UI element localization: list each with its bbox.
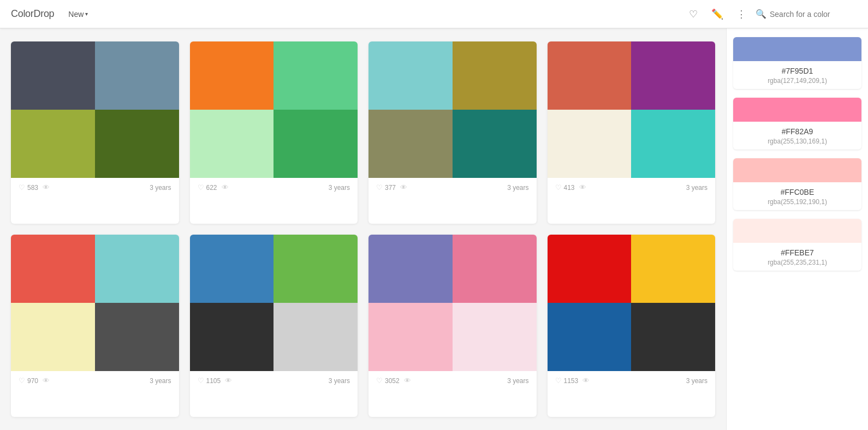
- eye-icon[interactable]: 👁: [582, 377, 590, 385]
- palette-likes: ♡ 3052: [376, 377, 400, 385]
- main-layout: ♡ 583 👁 3 years ♡ 622 👁 3 years ♡ 377 👁 …: [0, 28, 868, 430]
- color-swatch: [95, 235, 179, 303]
- heart-icon: ♡: [198, 183, 204, 192]
- color-swatch: [368, 303, 453, 371]
- palette-likes: ♡ 970: [19, 377, 38, 385]
- sidebar-color-hex: #FFEBE7: [741, 248, 854, 257]
- palette-card[interactable]: ♡ 1153 👁 3 years: [548, 235, 716, 417]
- palette-date: 3 years: [507, 377, 528, 385]
- color-swatch: [548, 110, 632, 178]
- favorites-icon[interactable]: ♡: [683, 4, 703, 24]
- palette-card[interactable]: ♡ 413 👁 3 years: [548, 41, 716, 224]
- search-icon: 🔍: [756, 9, 766, 19]
- palette-likes: ♡ 1105: [198, 377, 221, 385]
- sidebar-color-hex: #FF82A9: [741, 127, 854, 136]
- brush-icon[interactable]: ✏️: [708, 4, 727, 24]
- palette-likes: ♡ 413: [555, 183, 575, 192]
- likes-count: 413: [564, 184, 575, 192]
- search-area: 🔍: [756, 9, 857, 19]
- palette-footer: ♡ 1153 👁 3 years: [548, 371, 716, 390]
- sidebar-color-info: #FFC0BE rgba(255,192,190,1): [733, 182, 861, 210]
- palette-likes: ♡ 1153: [555, 377, 579, 385]
- color-swatch: [190, 303, 274, 371]
- palette-footer: ♡ 413 👁 3 years: [548, 178, 716, 197]
- sidebar-color-swatch: [733, 158, 861, 182]
- eye-icon[interactable]: 👁: [222, 183, 229, 192]
- sidebar-color-hex: #7F95D1: [741, 67, 854, 75]
- sidebar-color-info: #7F95D1 rgba(127,149,209,1): [733, 61, 861, 89]
- sidebar-color-swatch: [733, 37, 861, 61]
- color-swatch: [95, 303, 179, 371]
- palette-card[interactable]: ♡ 1105 👁 3 years: [190, 235, 358, 417]
- color-swatch: [95, 110, 179, 178]
- header-icons: ♡ ✏️ ⋮: [683, 4, 751, 24]
- more-icon[interactable]: ⋮: [732, 4, 751, 24]
- nav-new-button[interactable]: New ▾: [64, 8, 92, 21]
- palette-card[interactable]: ♡ 970 👁 3 years: [11, 235, 179, 417]
- sidebar-color-rgba: rgba(255,192,190,1): [741, 198, 854, 206]
- sidebar-color-item[interactable]: #7F95D1 rgba(127,149,209,1): [733, 37, 861, 89]
- color-swatch: [631, 110, 715, 178]
- heart-icon: ♡: [198, 377, 204, 385]
- palette-date: 3 years: [686, 184, 708, 192]
- eye-icon[interactable]: 👁: [225, 377, 232, 385]
- color-swatch: [631, 41, 715, 110]
- color-swatch: [11, 303, 95, 371]
- sidebar-color-hex: #FFC0BE: [741, 188, 854, 196]
- sidebar-color-item[interactable]: #FFC0BE rgba(255,192,190,1): [733, 158, 861, 210]
- palette-swatches: [190, 41, 358, 178]
- sidebar-color-item[interactable]: #FFEBE7 rgba(255,235,231,1): [733, 219, 861, 271]
- palette-footer: ♡ 970 👁 3 years: [11, 371, 179, 390]
- likes-count: 1153: [564, 377, 579, 385]
- palette-grid: ♡ 583 👁 3 years ♡ 622 👁 3 years ♡ 377 👁 …: [0, 28, 726, 430]
- color-swatch: [274, 235, 358, 303]
- sidebar-color-swatch: [733, 219, 861, 243]
- palette-card[interactable]: ♡ 377 👁 3 years: [368, 41, 537, 224]
- palette-footer: ♡ 377 👁 3 years: [368, 178, 537, 197]
- palette-date: 3 years: [150, 184, 171, 192]
- palette-footer: ♡ 3052 👁 3 years: [368, 371, 537, 390]
- logo: ColorDrop: [11, 8, 54, 20]
- eye-icon[interactable]: 👁: [400, 183, 407, 192]
- heart-icon: ♡: [376, 183, 383, 192]
- color-swatch: [453, 303, 537, 371]
- color-swatch: [368, 235, 453, 303]
- sidebar-color-rgba: rgba(255,235,231,1): [741, 259, 854, 266]
- color-swatch: [548, 41, 632, 110]
- eye-icon[interactable]: 👁: [579, 183, 586, 192]
- palette-likes: ♡ 583: [19, 183, 38, 192]
- eye-icon[interactable]: 👁: [43, 377, 50, 385]
- palette-swatches: [190, 235, 358, 371]
- palette-card[interactable]: ♡ 583 👁 3 years: [11, 41, 179, 224]
- color-swatch: [274, 41, 358, 110]
- likes-count: 622: [206, 184, 217, 192]
- heart-icon: ♡: [555, 183, 562, 192]
- color-swatch: [631, 303, 715, 371]
- sidebar-color-info: #FFEBE7 rgba(255,235,231,1): [733, 243, 861, 271]
- palette-date: 3 years: [150, 377, 171, 385]
- sidebar-color-item[interactable]: #FF82A9 rgba(255,130,169,1): [733, 98, 861, 150]
- color-swatch: [453, 41, 537, 110]
- color-swatch: [190, 41, 274, 110]
- likes-count: 1105: [206, 377, 221, 385]
- likes-count: 583: [27, 184, 38, 192]
- color-swatch: [368, 110, 453, 178]
- palette-card[interactable]: ♡ 3052 👁 3 years: [368, 235, 537, 417]
- palette-date: 3 years: [686, 377, 708, 385]
- color-swatch: [453, 235, 537, 303]
- palette-swatches: [548, 41, 716, 178]
- eye-icon[interactable]: 👁: [404, 377, 411, 385]
- sidebar-color-info: #FF82A9 rgba(255,130,169,1): [733, 122, 861, 150]
- likes-count: 377: [385, 184, 396, 192]
- palette-date: 3 years: [329, 184, 350, 192]
- color-swatch: [548, 235, 632, 303]
- heart-icon: ♡: [19, 183, 25, 192]
- search-input[interactable]: [770, 10, 857, 19]
- color-swatch: [274, 303, 358, 371]
- sidebar-color-swatch: [733, 98, 861, 122]
- palette-card[interactable]: ♡ 622 👁 3 years: [190, 41, 358, 224]
- eye-icon[interactable]: 👁: [43, 183, 50, 192]
- right-sidebar: #7F95D1 rgba(127,149,209,1) #FF82A9 rgba…: [726, 28, 868, 430]
- color-swatch: [190, 235, 274, 303]
- palette-date: 3 years: [329, 377, 350, 385]
